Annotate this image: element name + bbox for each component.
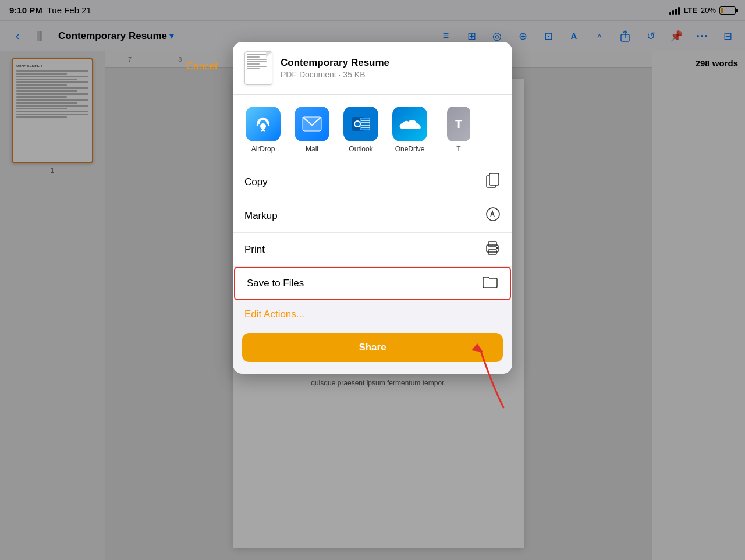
markup-action[interactable]: Markup (233, 199, 512, 233)
airdrop-label: AirDrop (251, 145, 275, 153)
onedrive-icon (392, 107, 427, 141)
mail-icon (295, 107, 329, 141)
copy-label: Copy (244, 176, 268, 188)
copy-icon (485, 172, 501, 192)
save-to-files-label: Save to Files (247, 278, 304, 289)
outlook-icon (343, 107, 378, 141)
cancel-button[interactable]: Cancel (186, 61, 217, 72)
svg-point-4 (260, 123, 266, 129)
markup-label: Markup (244, 210, 278, 222)
share-doc-info: Contemporary Resume PDF Document · 35 KB (281, 57, 389, 79)
share-doc-header: Contemporary Resume PDF Document · 35 KB (233, 42, 512, 95)
svg-point-24 (496, 247, 498, 249)
svg-rect-22 (488, 242, 496, 246)
print-label: Print (244, 244, 265, 256)
share-button[interactable]: Share (242, 333, 503, 362)
svg-rect-10 (360, 118, 370, 130)
edit-actions-section: Edit Actions... (233, 300, 512, 328)
app-item-airdrop[interactable]: AirDrop (242, 107, 284, 153)
share-doc-type: PDF Document · 35 KB (281, 70, 389, 79)
doc-icon (244, 51, 272, 85)
app-icons-row: AirDrop Mail (233, 95, 512, 165)
outlook-label: Outlook (349, 145, 372, 153)
print-action[interactable]: Print (233, 233, 512, 267)
app-item-mail[interactable]: Mail (291, 107, 333, 153)
print-icon (484, 240, 501, 259)
action-list: Copy Markup Print (233, 165, 512, 300)
more-apps-icon: T (447, 107, 470, 141)
markup-icon (485, 207, 501, 225)
copy-action[interactable]: Copy (233, 165, 512, 199)
folder-icon (482, 275, 498, 292)
svg-rect-18 (489, 173, 499, 185)
onedrive-label: OneDrive (395, 145, 425, 153)
save-to-files-action[interactable]: Save to Files (234, 267, 511, 300)
app-item-more[interactable]: T T (438, 107, 480, 153)
svg-point-12 (355, 122, 360, 126)
more-label: T (456, 145, 460, 153)
share-button-text: Share (359, 342, 386, 353)
app-item-outlook[interactable]: Outlook (340, 107, 382, 153)
edit-actions-button[interactable]: Edit Actions... (244, 309, 304, 320)
share-sheet: Contemporary Resume PDF Document · 35 KB… (233, 42, 512, 374)
airdrop-icon (246, 107, 281, 141)
share-doc-title: Contemporary Resume (281, 57, 389, 69)
mail-label: Mail (306, 145, 318, 153)
app-item-onedrive[interactable]: OneDrive (389, 107, 431, 153)
